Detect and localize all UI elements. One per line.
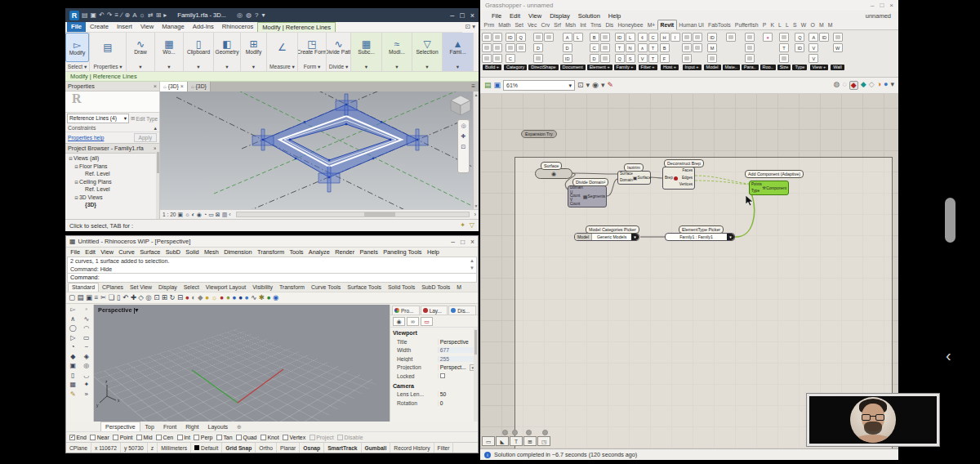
surface-icon[interactable]: ◆	[70, 354, 75, 360]
sketch-widget-icon[interactable]: ▭	[482, 436, 495, 446]
group-label[interactable]: Filter +	[639, 65, 657, 70]
viewport-title-menu[interactable]: Perspective |▾	[98, 306, 138, 314]
visual-style-icon[interactable]: ◔	[203, 212, 207, 217]
component-button[interactable]	[707, 54, 717, 63]
component-tab-srf[interactable]: Srf	[552, 20, 564, 29]
view-scale[interactable]: 1 : 20	[163, 212, 176, 217]
view-tab-3d-2[interactable]: ⌂ {3D}	[188, 82, 211, 91]
view-tab-3d[interactable]: ⌂ {3D} ×	[160, 82, 188, 91]
mesh-icon[interactable]: ▦	[69, 381, 76, 388]
preview-orange-icon[interactable]: ◑	[877, 81, 881, 90]
menu-item-surface[interactable]: Surface	[137, 248, 163, 256]
component-tab-o[interactable]: O	[808, 20, 817, 29]
component-button[interactable]: ●	[763, 33, 773, 42]
checkbox[interactable]	[194, 435, 199, 440]
menu-item-tools[interactable]: Tools	[287, 248, 305, 256]
polygon-icon[interactable]: ▷	[70, 335, 75, 341]
tree-item-ref-level[interactable]: Ref. Level	[65, 185, 159, 194]
new-file-icon[interactable]: ▢	[69, 294, 75, 301]
component-button[interactable]: V	[638, 54, 648, 63]
checkbox[interactable]	[236, 435, 242, 440]
rhino-titlebar[interactable]: ▦ Untitled - Rhinoceros WIP - [Perspecti…	[66, 236, 478, 248]
ribbon-tab-modify-reference-lines[interactable]: Modify | Reference Lines	[257, 22, 336, 32]
tree-item-3d-views[interactable]: ⊟3D Views	[65, 194, 159, 202]
component-button[interactable]	[516, 43, 526, 52]
status-segment-osnap[interactable]: Osnap	[300, 443, 324, 453]
component-tab-crv[interactable]: Crv	[539, 20, 552, 29]
close-icon[interactable]: ×	[889, 2, 893, 9]
ribbon-tab-insert[interactable]: Insert	[113, 22, 136, 32]
curvature-icon[interactable]: ∿	[251, 294, 256, 301]
component-button[interactable]	[779, 54, 789, 63]
properties-help-link[interactable]: Properties help	[68, 135, 104, 141]
dropdown-icon[interactable]: ▾	[261, 12, 265, 19]
ribbon-tab-file[interactable]: File	[67, 22, 86, 32]
group-label[interactable]: Build +	[483, 65, 501, 70]
component-button[interactable]: Q	[615, 54, 625, 63]
group-label[interactable]: Model	[704, 65, 721, 70]
menu-item-solid[interactable]: Solid	[183, 248, 202, 256]
component-button[interactable]: Q	[516, 33, 526, 42]
component-tab-l[interactable]: L	[777, 20, 784, 29]
panel-label[interactable]: Properties ▾	[90, 62, 126, 71]
osnap-disable[interactable]: Disable	[337, 435, 363, 440]
zoom-extents-icon[interactable]: ⊞	[162, 294, 167, 301]
ribbon-tab-rhinoceros[interactable]: Rhinoceros	[218, 22, 257, 32]
gem-gray-icon[interactable]: ◇	[869, 81, 875, 90]
switch-windows-icon[interactable]: ⇄	[148, 12, 154, 19]
checkbox[interactable]	[440, 373, 445, 378]
component-button[interactable]: B	[660, 43, 670, 52]
panel-label[interactable]: Select ▾	[65, 62, 89, 71]
ribbon-button-geometry[interactable]: ◧Geometry	[214, 33, 240, 62]
component-button[interactable]	[745, 54, 755, 63]
component-tab-w[interactable]: W	[799, 20, 808, 29]
panel-label[interactable]: ▾	[412, 62, 442, 71]
component-tab-human-ui[interactable]: Human UI	[677, 20, 706, 29]
checkbox[interactable]	[177, 435, 183, 440]
component-button[interactable]: ∧	[638, 43, 648, 52]
collapse-icon[interactable]: ⊟	[74, 179, 79, 186]
component-button[interactable]: T	[648, 54, 658, 63]
ribbon-button-divide-path[interactable]: ∿Divide Path	[327, 33, 350, 62]
checkbox[interactable]	[283, 435, 288, 440]
component-button[interactable]	[492, 33, 502, 42]
zoom-icon[interactable]: ⊡	[461, 144, 466, 150]
minimize-icon[interactable]: –	[871, 2, 874, 9]
overlay-scrollbar[interactable]	[945, 198, 956, 243]
grasshopper-titlebar[interactable]: Grasshopper - unnamed –□×	[480, 0, 898, 11]
osnap-tan[interactable]: Tan	[216, 435, 233, 440]
component-button[interactable]: V	[808, 54, 818, 63]
ribbon-tab-view[interactable]: View	[136, 22, 158, 32]
ribbon-button-modi-[interactable]: ≈Modi...	[382, 33, 412, 62]
close-icon[interactable]: ×	[470, 11, 474, 20]
rhino-viewport[interactable]: Perspective |▾ zyx	[94, 305, 390, 422]
component-button[interactable]: ID	[506, 33, 515, 42]
navigation-bar[interactable]: ◎ ✚ ⊡	[457, 119, 470, 173]
component-button[interactable]: M	[707, 43, 717, 52]
panel-label[interactable]: Measure ▾	[267, 62, 297, 71]
camera-icon[interactable]: ◍	[834, 81, 840, 90]
toolbar-tab-standard[interactable]: Standard	[68, 283, 99, 292]
toolbar-tab-subd-tools[interactable]: SubD Tools	[418, 283, 453, 292]
collapse-icon[interactable]: ⊟	[74, 163, 79, 171]
lock-view-icon[interactable]: ⊠	[216, 212, 220, 217]
panel-label[interactable]: Form ▾	[298, 62, 326, 71]
group-label[interactable]: View +	[810, 65, 829, 70]
osnap-knot[interactable]: Knot	[261, 435, 279, 440]
component-button[interactable]: H	[660, 33, 670, 42]
group-label[interactable]: Wall	[831, 65, 844, 70]
component-button[interactable]: A	[808, 33, 818, 42]
component-button[interactable]: T	[615, 43, 625, 52]
point-icon[interactable]: ◦	[85, 306, 87, 313]
component-button[interactable]: B	[590, 33, 599, 42]
dropdown-icon[interactable]: ▾	[586, 82, 590, 89]
component-button[interactable]: I	[670, 33, 680, 42]
menu-item-render[interactable]: Render	[332, 248, 357, 256]
component-button[interactable]: W	[833, 43, 843, 52]
component-button[interactable]: C	[506, 54, 515, 63]
sketch-pen-icon[interactable]: ✎	[608, 82, 614, 89]
viewport-tab-right[interactable]: Right	[181, 422, 203, 431]
panel-label[interactable]: ▾	[351, 62, 381, 71]
property-value[interactable]: 0	[438, 400, 475, 406]
toolbar-tab-set-view[interactable]: Set View	[127, 283, 155, 292]
